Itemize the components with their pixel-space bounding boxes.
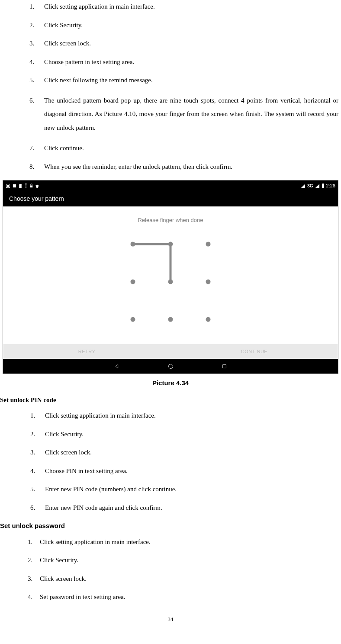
pattern-dot[interactable] — [206, 317, 211, 322]
list-number: 2. — [28, 555, 40, 565]
list-item: 7. Click continue. — [29, 143, 338, 153]
sd-icon — [19, 184, 23, 188]
list-text: Enter new PIN code again and click confi… — [45, 503, 338, 513]
pattern-dot[interactable] — [168, 279, 173, 284]
pattern-dot[interactable] — [131, 317, 135, 322]
continue-button[interactable]: CONTINUE — [170, 344, 338, 359]
back-icon[interactable] — [114, 364, 120, 369]
list-number: 4. — [29, 57, 44, 67]
notification-icon — [12, 184, 17, 188]
svg-point-7 — [36, 184, 39, 187]
home-icon[interactable] — [167, 363, 174, 370]
list-item: 4. Choose PIN in text setting area. — [30, 466, 338, 476]
usb-icon — [24, 183, 28, 188]
network-label: 3G — [307, 183, 313, 189]
list-number: 1. — [28, 537, 40, 547]
debug-icon — [35, 184, 39, 188]
list-number: 3. — [30, 448, 45, 457]
list-number: 4. — [28, 592, 40, 602]
list-number: 3. — [29, 39, 44, 48]
list-number: 3. — [28, 574, 40, 584]
signal-icon-2 — [315, 184, 320, 188]
list-text: Choose pattern in text setting area. — [44, 57, 338, 67]
list-item: 4. Choose pattern in text setting area. — [29, 57, 338, 67]
list-item: 3. Click screen lock. — [29, 39, 338, 48]
status-left-icons — [6, 183, 39, 188]
list-item: 1. Click setting application in main int… — [28, 537, 338, 547]
list-number: 2. — [29, 20, 44, 30]
list-text: Click Security. — [45, 429, 338, 439]
clock-label: 2:26 — [326, 182, 335, 190]
list-text: When you see the reminder, enter the unl… — [44, 162, 338, 172]
list-number: 5. — [30, 484, 45, 494]
list-text: Click continue. — [44, 143, 338, 153]
svg-rect-4 — [26, 184, 26, 187]
list-number: 4. — [30, 466, 45, 476]
screenshot-icon — [6, 184, 10, 188]
list-number: 5. — [29, 75, 44, 85]
pattern-area: Release finger when done — [3, 206, 338, 344]
recent-icon[interactable] — [222, 364, 227, 369]
figure-caption: Picture 4.34 — [0, 378, 341, 388]
list-text: Click screen lock. — [44, 39, 338, 48]
svg-rect-6 — [30, 185, 33, 187]
list-item: 6. Enter new PIN code again and click co… — [30, 503, 338, 513]
svg-point-12 — [168, 364, 173, 368]
list-text: Click setting application in main interf… — [40, 537, 338, 547]
pattern-dot[interactable] — [206, 279, 211, 284]
pattern-dot[interactable] — [131, 279, 135, 284]
svg-rect-11 — [322, 184, 323, 184]
list-item: 1. Click setting application in main int… — [30, 411, 338, 421]
pattern-steps-list: 1. Click setting application in main int… — [29, 2, 338, 171]
battery-icon — [322, 183, 325, 188]
list-number: 1. — [29, 2, 44, 12]
list-text: Click screen lock. — [40, 574, 338, 584]
embedded-screenshot: 3G 2:26 Choose your pattern Release fing… — [3, 180, 338, 374]
list-item: 8. When you see the reminder, enter the … — [29, 162, 338, 172]
pattern-dot[interactable] — [131, 242, 135, 246]
list-text: Click setting application in main interf… — [45, 411, 338, 421]
list-number: 6. — [30, 503, 45, 513]
list-text: Click next following the remind message. — [44, 75, 338, 85]
pattern-grid[interactable] — [123, 234, 218, 329]
list-item: 6. The unlocked pattern board pop up, th… — [29, 94, 338, 135]
bottom-button-bar: RETRY CONTINUE — [3, 344, 338, 359]
list-item: 3. Click screen lock. — [28, 574, 338, 584]
lock-icon — [29, 184, 33, 188]
retry-button[interactable]: RETRY — [3, 344, 170, 359]
list-text: Click Security. — [40, 555, 338, 565]
list-item: 2. Click Security. — [29, 20, 338, 30]
pattern-dot[interactable] — [206, 242, 211, 246]
svg-rect-13 — [222, 364, 226, 368]
svg-rect-10 — [322, 184, 324, 188]
list-text: Click Security. — [44, 20, 338, 30]
pattern-dot[interactable] — [168, 242, 173, 246]
list-text: The unlocked pattern board pop up, there… — [44, 94, 338, 135]
list-text: Enter new PIN code (numbers) and click c… — [45, 484, 338, 494]
heading-password: Set unlock password — [0, 521, 341, 531]
heading-pin: Set unlock PIN code — [0, 395, 341, 405]
list-text: Set password in text setting area. — [40, 592, 338, 602]
list-item: 2. Click Security. — [30, 429, 338, 439]
list-number: 2. — [30, 429, 45, 439]
pattern-dot[interactable] — [168, 317, 173, 322]
list-item: 4. Set password in text setting area. — [28, 592, 338, 602]
list-number: 7. — [29, 143, 44, 153]
password-steps-list: 1. Click setting application in main int… — [28, 537, 338, 602]
page-number: 34 — [0, 615, 341, 624]
svg-rect-2 — [13, 184, 16, 187]
instruction-text: Release finger when done — [138, 216, 203, 225]
list-text: Click screen lock. — [45, 448, 338, 457]
pin-steps-list: 1. Click setting application in main int… — [30, 411, 338, 512]
list-text: Choose PIN in text setting area. — [45, 466, 338, 476]
list-item: 3. Click screen lock. — [30, 448, 338, 457]
list-item: 5. Click next following the remind messa… — [29, 75, 338, 85]
status-right-icons: 3G 2:26 — [301, 182, 335, 190]
list-number: 6. — [29, 94, 44, 108]
status-bar: 3G 2:26 — [3, 180, 338, 191]
list-number: 8. — [29, 162, 44, 172]
app-title: Choose your pattern — [3, 191, 338, 206]
list-text: Click setting application in main interf… — [44, 2, 338, 12]
svg-rect-1 — [7, 185, 9, 187]
list-item: 2. Click Security. — [28, 555, 338, 565]
